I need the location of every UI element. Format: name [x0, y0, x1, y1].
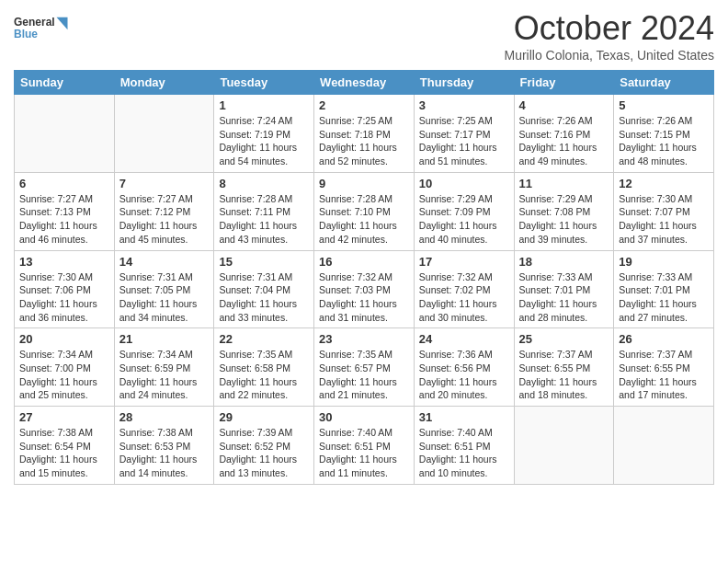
sunrise: Sunrise: 7:29 AM	[419, 193, 493, 204]
calendar-cell: 28Sunrise: 7:38 AMSunset: 6:53 PMDayligh…	[114, 407, 214, 485]
day-info: Sunrise: 7:29 AMSunset: 7:08 PMDaylight:…	[519, 192, 609, 247]
calendar-cell: 29Sunrise: 7:39 AMSunset: 6:52 PMDayligh…	[214, 407, 314, 485]
svg-text:Blue: Blue	[14, 28, 38, 40]
day-number: 22	[219, 332, 309, 346]
sunset: Sunset: 7:03 PM	[319, 284, 391, 295]
sunrise: Sunrise: 7:26 AM	[619, 115, 692, 126]
daylight: Daylight: 11 hours and 22 minutes.	[219, 376, 297, 401]
calendar-table: Sunday Monday Tuesday Wednesday Thursday…	[14, 70, 714, 485]
daylight: Daylight: 11 hours and 17 minutes.	[619, 376, 697, 401]
daylight: Daylight: 11 hours and 21 minutes.	[319, 376, 397, 401]
col-thursday: Thursday	[414, 71, 514, 95]
day-number: 26	[619, 332, 709, 346]
daylight: Daylight: 11 hours and 25 minutes.	[19, 376, 97, 401]
sunset: Sunset: 6:51 PM	[419, 441, 491, 452]
calendar-cell: 21Sunrise: 7:34 AMSunset: 6:59 PMDayligh…	[114, 328, 214, 407]
day-info: Sunrise: 7:26 AMSunset: 7:16 PMDaylight:…	[519, 114, 609, 168]
calendar-cell: 9Sunrise: 7:28 AMSunset: 7:10 PMDaylight…	[314, 172, 415, 250]
daylight: Daylight: 11 hours and 13 minutes.	[219, 454, 297, 478]
col-saturday: Saturday	[614, 71, 714, 95]
sunset: Sunset: 7:07 PM	[619, 206, 690, 217]
sunrise: Sunrise: 7:33 AM	[519, 271, 593, 282]
sunset: Sunset: 6:55 PM	[519, 362, 591, 373]
sunset: Sunset: 7:02 PM	[419, 284, 491, 295]
day-number: 5	[619, 98, 709, 112]
sunset: Sunset: 7:09 PM	[419, 206, 491, 217]
sunset: Sunset: 6:59 PM	[119, 362, 191, 373]
day-number: 7	[119, 177, 210, 190]
daylight: Daylight: 11 hours and 46 minutes.	[19, 220, 97, 245]
day-number: 31	[419, 410, 509, 424]
sunrise: Sunrise: 7:34 AM	[19, 349, 93, 360]
calendar-cell	[614, 407, 714, 485]
day-info: Sunrise: 7:29 AMSunset: 7:09 PMDaylight:…	[419, 192, 509, 247]
sunset: Sunset: 7:04 PM	[219, 284, 290, 295]
sunset: Sunset: 7:10 PM	[319, 206, 391, 217]
calendar-cell: 10Sunrise: 7:29 AMSunset: 7:09 PMDayligh…	[414, 172, 514, 250]
sunset: Sunset: 7:01 PM	[519, 284, 591, 295]
calendar-cell: 1Sunrise: 7:24 AMSunset: 7:19 PMDaylight…	[214, 95, 314, 173]
day-number: 2	[319, 98, 409, 112]
daylight: Daylight: 11 hours and 40 minutes.	[419, 220, 497, 245]
sunset: Sunset: 7:06 PM	[19, 284, 91, 295]
calendar-cell: 3Sunrise: 7:25 AMSunset: 7:17 PMDaylight…	[414, 95, 514, 173]
day-info: Sunrise: 7:30 AMSunset: 7:06 PMDaylight:…	[19, 270, 109, 325]
calendar-cell: 16Sunrise: 7:32 AMSunset: 7:03 PMDayligh…	[314, 250, 415, 328]
calendar-cell: 20Sunrise: 7:34 AMSunset: 7:00 PMDayligh…	[15, 328, 115, 407]
daylight: Daylight: 11 hours and 34 minutes.	[119, 298, 198, 323]
calendar-cell	[15, 95, 115, 173]
daylight: Daylight: 11 hours and 42 minutes.	[319, 220, 397, 245]
calendar-cell: 30Sunrise: 7:40 AMSunset: 6:51 PMDayligh…	[314, 407, 415, 485]
calendar-cell: 18Sunrise: 7:33 AMSunset: 7:01 PMDayligh…	[514, 250, 614, 328]
sunset: Sunset: 7:01 PM	[619, 284, 690, 295]
day-info: Sunrise: 7:37 AMSunset: 6:55 PMDaylight:…	[519, 348, 609, 402]
sunset: Sunset: 6:51 PM	[319, 441, 391, 452]
calendar-container: General Blue October 2024 Murillo Coloni…	[0, 0, 728, 499]
sunrise: Sunrise: 7:35 AM	[319, 349, 392, 360]
daylight: Daylight: 11 hours and 10 minutes.	[419, 454, 497, 478]
sunrise: Sunrise: 7:37 AM	[519, 349, 593, 360]
col-friday: Friday	[514, 71, 614, 95]
day-info: Sunrise: 7:28 AMSunset: 7:10 PMDaylight:…	[319, 192, 409, 247]
calendar-cell: 17Sunrise: 7:32 AMSunset: 7:02 PMDayligh…	[414, 250, 514, 328]
day-info: Sunrise: 7:27 AMSunset: 7:13 PMDaylight:…	[19, 192, 109, 247]
sunrise: Sunrise: 7:30 AM	[619, 193, 692, 204]
sunset: Sunset: 7:17 PM	[419, 129, 491, 140]
calendar-cell: 6Sunrise: 7:27 AMSunset: 7:13 PMDaylight…	[15, 172, 115, 250]
location: Murillo Colonia, Texas, United States	[504, 48, 714, 63]
sunrise: Sunrise: 7:24 AM	[219, 115, 292, 126]
calendar-cell: 11Sunrise: 7:29 AMSunset: 7:08 PMDayligh…	[514, 172, 614, 250]
day-info: Sunrise: 7:36 AMSunset: 6:56 PMDaylight:…	[419, 348, 509, 402]
logo-svg: General Blue	[14, 9, 69, 46]
calendar-cell: 12Sunrise: 7:30 AMSunset: 7:07 PMDayligh…	[614, 172, 714, 250]
sunset: Sunset: 7:05 PM	[119, 284, 191, 295]
day-number: 16	[319, 255, 409, 269]
calendar-cell: 27Sunrise: 7:38 AMSunset: 6:54 PMDayligh…	[15, 407, 115, 485]
calendar-cell: 5Sunrise: 7:26 AMSunset: 7:15 PMDaylight…	[614, 95, 714, 173]
sunset: Sunset: 6:54 PM	[19, 441, 91, 452]
sunrise: Sunrise: 7:37 AM	[619, 349, 692, 360]
day-number: 14	[119, 255, 210, 269]
sunrise: Sunrise: 7:31 AM	[119, 271, 193, 282]
sunrise: Sunrise: 7:27 AM	[19, 193, 93, 204]
sunrise: Sunrise: 7:27 AM	[119, 193, 193, 204]
calendar-week-1: 1Sunrise: 7:24 AMSunset: 7:19 PMDaylight…	[15, 95, 714, 173]
day-info: Sunrise: 7:25 AMSunset: 7:17 PMDaylight:…	[419, 114, 509, 168]
sunrise: Sunrise: 7:33 AM	[619, 271, 692, 282]
calendar-cell: 7Sunrise: 7:27 AMSunset: 7:12 PMDaylight…	[114, 172, 214, 250]
calendar-cell: 23Sunrise: 7:35 AMSunset: 6:57 PMDayligh…	[314, 328, 415, 407]
sunrise: Sunrise: 7:25 AM	[319, 115, 392, 126]
day-info: Sunrise: 7:38 AMSunset: 6:53 PMDaylight:…	[119, 426, 210, 480]
day-number: 1	[219, 98, 309, 112]
calendar-cell: 15Sunrise: 7:31 AMSunset: 7:04 PMDayligh…	[214, 250, 314, 328]
header-row: Sunday Monday Tuesday Wednesday Thursday…	[15, 71, 714, 95]
col-monday: Monday	[114, 71, 214, 95]
calendar-cell: 24Sunrise: 7:36 AMSunset: 6:56 PMDayligh…	[414, 328, 514, 407]
calendar-cell: 2Sunrise: 7:25 AMSunset: 7:18 PMDaylight…	[314, 95, 415, 173]
day-number: 10	[419, 177, 509, 190]
day-info: Sunrise: 7:34 AMSunset: 6:59 PMDaylight:…	[119, 348, 210, 402]
sunrise: Sunrise: 7:38 AM	[19, 427, 93, 438]
sunset: Sunset: 7:08 PM	[519, 206, 591, 217]
day-info: Sunrise: 7:37 AMSunset: 6:55 PMDaylight:…	[619, 348, 709, 402]
day-number: 18	[519, 255, 609, 269]
